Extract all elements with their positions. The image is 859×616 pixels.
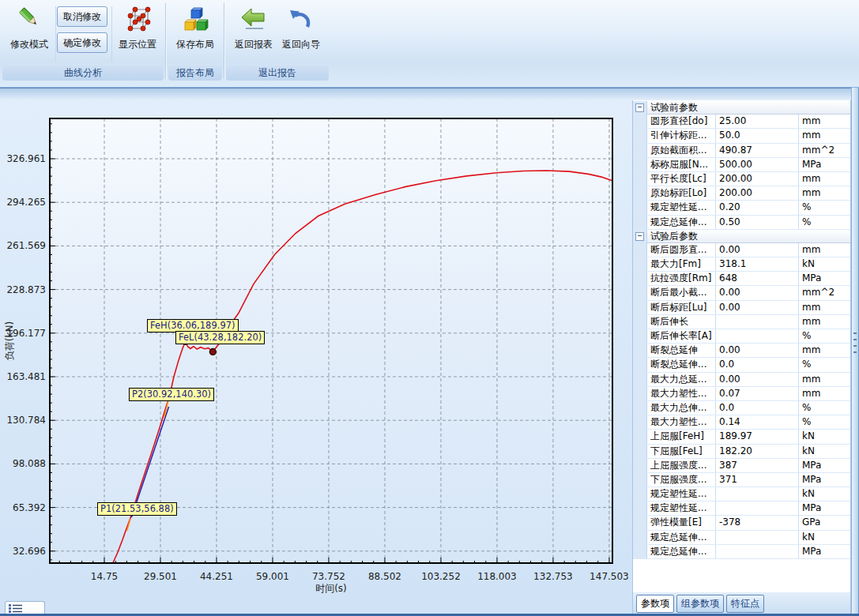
param-value[interactable]: 0.00	[716, 344, 799, 357]
save-layout-button[interactable]: 保存布局	[171, 4, 219, 64]
param-row[interactable]: 引伸计标距...50.0mm	[633, 129, 850, 143]
row-gutter	[633, 358, 647, 371]
tab-parameters[interactable]: 参数项	[636, 595, 674, 613]
row-gutter	[633, 501, 647, 515]
param-value[interactable]: 490.87	[716, 144, 799, 157]
param-label: 断后伸长率[A]	[647, 329, 716, 343]
param-row[interactable]: 断裂总延伸0.00mm	[633, 344, 850, 358]
row-gutter	[633, 272, 647, 285]
param-value[interactable]: 387	[716, 459, 799, 472]
show-position-button[interactable]: 显示位置	[114, 4, 161, 64]
param-value[interactable]: 0.00	[716, 286, 799, 299]
annotation-p2[interactable]: P2(30.92,140.30)	[129, 388, 214, 401]
cancel-edit-button[interactable]: 取消修改	[57, 6, 107, 27]
param-section-header: 试验前参数	[633, 101, 850, 115]
panel-tab-bar: 参数项 组参数项 特征点	[633, 592, 850, 616]
param-row[interactable]: 规定塑性延...kN	[633, 487, 850, 501]
collapse-icon[interactable]	[635, 232, 644, 241]
param-value[interactable]	[716, 545, 799, 558]
param-row[interactable]: 断后伸长mm	[633, 315, 850, 329]
param-value[interactable]: 25.00	[716, 115, 799, 128]
param-value[interactable]: 182.20	[716, 445, 799, 458]
param-value[interactable]: 189.97	[716, 430, 799, 443]
param-row[interactable]: 上屈服强度...387MPa	[633, 459, 850, 473]
report-editor-window: 修改模式 取消修改 确定修改	[0, 0, 859, 616]
param-value[interactable]: -378	[716, 516, 799, 529]
section-title: 试验前参数	[647, 101, 850, 115]
param-row[interactable]: 标称屈服[N...500.00MPa	[633, 158, 850, 172]
param-row[interactable]: 断后圆形直...0.00mm	[633, 243, 850, 257]
panel-splitter[interactable]	[851, 88, 859, 614]
splitter-grip-icon	[853, 332, 857, 356]
param-row[interactable]: 抗拉强度[Rm]648MPa	[633, 272, 850, 286]
param-value[interactable]	[716, 487, 799, 501]
param-row[interactable]: 规定总延伸...MPa	[633, 545, 850, 559]
param-value[interactable]: 200.00	[716, 186, 799, 200]
param-value[interactable]	[716, 531, 799, 544]
modify-mode-button[interactable]: 修改模式	[6, 4, 53, 64]
param-row[interactable]: 上屈服[FeH]189.97kN	[633, 430, 850, 444]
param-value[interactable]	[716, 501, 799, 515]
param-row[interactable]: 规定塑性延...0.20%	[633, 201, 850, 215]
row-gutter	[633, 344, 647, 357]
param-value[interactable]: 648	[716, 272, 799, 285]
return-wizard-button[interactable]: 返回向导	[277, 4, 325, 64]
param-value[interactable]: 0.20	[716, 201, 799, 214]
param-row[interactable]: 断后最小截...0.00mm^2	[633, 286, 850, 300]
param-value[interactable]: 0.0	[716, 401, 799, 415]
param-row[interactable]: 规定总延伸...kN	[633, 531, 850, 545]
x-tick-label: 147.503	[590, 571, 629, 582]
param-row[interactable]: 原始截面积...490.87mm^2	[633, 144, 850, 158]
row-gutter	[633, 129, 647, 142]
param-value[interactable]: 0.00	[716, 243, 799, 257]
param-row[interactable]: 弹性模量[E]-378GPa	[633, 516, 850, 530]
param-value[interactable]: 0.07	[716, 387, 799, 400]
param-row[interactable]: 圆形直径[do]25.00mm	[633, 115, 850, 129]
param-row[interactable]: 最大力[Fm]318.1kN	[633, 257, 850, 272]
param-value[interactable]: 500.00	[716, 158, 799, 171]
param-label: 下屈服[FeL]	[647, 445, 716, 458]
param-row[interactable]: 最大力总延...0.00mm	[633, 373, 850, 387]
param-value[interactable]	[716, 329, 799, 343]
param-row[interactable]: 规定总延伸...0.50%	[633, 216, 850, 230]
param-row[interactable]: 平行长度[Lc]200.00mm	[633, 172, 850, 186]
annotation-p1[interactable]: P1(21.53,56.88)	[97, 502, 177, 516]
param-row[interactable]: 最大力塑性...0.07mm	[633, 387, 850, 401]
param-unit: mm^2	[799, 144, 850, 157]
param-row[interactable]: 规定塑性延...MPa	[633, 501, 850, 516]
return-report-button[interactable]: 返回报表	[230, 4, 277, 64]
param-unit: MPa	[799, 158, 850, 171]
row-gutter	[633, 487, 647, 501]
row-gutter	[633, 301, 647, 314]
fel-marker[interactable]	[209, 348, 216, 355]
param-label: 圆形直径[do]	[647, 115, 716, 128]
param-value[interactable]: 318.1	[716, 257, 799, 271]
annotation-fel[interactable]: FeL(43.28,182.20)	[175, 331, 265, 344]
param-label: 原始截面积...	[647, 144, 716, 157]
y-axis-label: 负荷(kN)	[4, 321, 15, 360]
param-value[interactable]: 0.00	[716, 301, 799, 314]
param-row[interactable]: 下屈服强度...371MPa	[633, 473, 850, 487]
confirm-edit-button[interactable]: 确定修改	[57, 32, 107, 53]
param-row[interactable]: 断后伸长率[A]%	[633, 329, 850, 344]
param-row[interactable]: 下屈服[FeL]182.20kN	[633, 445, 850, 459]
param-value[interactable]: 0.00	[716, 373, 799, 386]
tab-feature-points[interactable]: 特征点	[726, 595, 764, 613]
param-value[interactable]: 0.50	[716, 216, 799, 229]
param-value[interactable]: 0.0	[716, 358, 799, 371]
param-value[interactable]: 0.14	[716, 415, 799, 429]
bottom-panel-button[interactable]	[5, 601, 45, 614]
parameter-panel: 试验前参数圆形直径[do]25.00mm引伸计标距...50.0mm原始截面积.…	[632, 100, 851, 616]
param-value[interactable]: 371	[716, 473, 799, 486]
param-value[interactable]	[716, 315, 799, 329]
y-tick-label: 130.784	[6, 415, 46, 426]
param-value[interactable]: 50.0	[716, 129, 799, 142]
param-row[interactable]: 最大力总伸...0.0%	[633, 401, 850, 415]
tab-group-parameters[interactable]: 组参数项	[676, 595, 724, 613]
param-row[interactable]: 断后标距[Lu]0.00mm	[633, 301, 850, 315]
param-row[interactable]: 最大力塑性...0.14%	[633, 415, 850, 430]
param-row[interactable]: 断裂总延伸...0.0%	[633, 358, 850, 372]
param-value[interactable]: 200.00	[716, 172, 799, 186]
collapse-icon[interactable]	[635, 103, 644, 112]
param-row[interactable]: 原始标距[Lo]200.00mm	[633, 186, 850, 201]
